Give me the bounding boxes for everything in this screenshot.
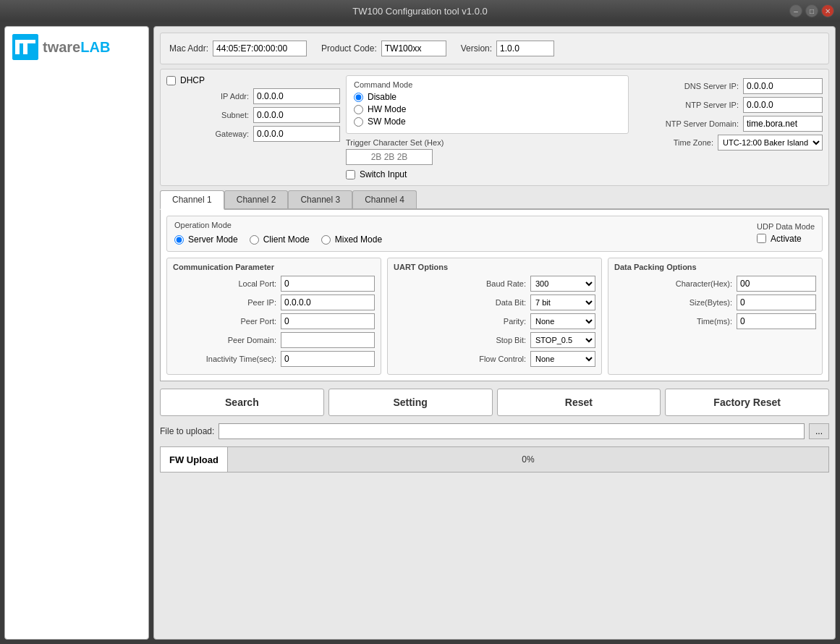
window-controls[interactable]: – □ ✕: [789, 4, 834, 17]
cmd-sw-radio[interactable]: [354, 117, 363, 127]
logo-icon: [12, 34, 38, 60]
udp-activate-label: Activate: [771, 234, 802, 244]
switch-input-label: Switch Input: [360, 169, 407, 179]
operation-mode-section: Operation Mode Server Mode Client Mode: [166, 216, 823, 252]
maximize-button[interactable]: □: [805, 4, 818, 17]
server-mode-radio[interactable]: [174, 235, 184, 245]
baud-rate-select[interactable]: 300 600 1200 2400 4800 9600 19200 38400 …: [530, 276, 595, 292]
fw-row: FW Upload 0%: [160, 446, 829, 473]
cmd-hw-radio[interactable]: [354, 105, 363, 114]
main-container: twareLAB Mac Addr: Product Code: Version…: [0, 22, 840, 644]
cmd-disable-radio[interactable]: [354, 93, 363, 102]
peer-ip-row: Peer IP:: [173, 295, 375, 310]
subnet-label: Subnet:: [221, 111, 249, 119]
product-code-row: Product Code:: [321, 41, 446, 56]
timezone-select[interactable]: UTC-12:00 Baker Island, Howla: [718, 135, 823, 151]
data-bit-row: Data Bit: 7 bit 8 bit: [394, 295, 595, 310]
subnet-input[interactable]: [253, 107, 340, 123]
reset-button[interactable]: Reset: [497, 389, 661, 416]
peer-port-input[interactable]: [281, 313, 375, 329]
cmd-sw-row: SW Mode: [354, 116, 621, 127]
data-packing-group: Data Packing Options Character(Hex): Siz…: [608, 258, 823, 375]
close-button[interactable]: ✕: [821, 4, 834, 17]
dhcp-row: DHCP: [166, 75, 340, 85]
inactivity-time-input[interactable]: [281, 351, 375, 367]
subnet-row: Subnet:: [166, 107, 340, 123]
mac-addr-input[interactable]: [213, 41, 307, 56]
flow-control-row: Flow Control: None RTS/CTS XON/XOFF: [394, 351, 595, 367]
char-hex-input[interactable]: [737, 276, 816, 292]
size-bytes-label: Size(Bytes):: [690, 298, 732, 307]
header-section: Mac Addr: Product Code: Version:: [160, 33, 829, 64]
gateway-row: Gateway:: [166, 126, 340, 142]
command-mode-box: Command Mode Disable HW Mode SW Mode: [346, 75, 629, 134]
content-panel: Mac Addr: Product Code: Version:: [153, 26, 836, 640]
search-button[interactable]: Search: [160, 389, 324, 416]
channel-content: Operation Mode Server Mode Client Mode: [160, 210, 829, 381]
factory-reset-button[interactable]: Factory Reset: [665, 389, 829, 416]
client-mode-label: Client Mode: [263, 234, 310, 245]
size-bytes-input[interactable]: [737, 295, 816, 310]
ntp-server-input[interactable]: [743, 97, 823, 113]
peer-ip-input[interactable]: [281, 295, 375, 310]
cmd-hw-label: HW Mode: [368, 104, 406, 114]
dhcp-checkbox[interactable]: [166, 76, 176, 85]
mac-addr-label: Mac Addr:: [169, 43, 208, 54]
tab-channel-2[interactable]: Channel 2: [224, 190, 289, 208]
trigger-input[interactable]: [346, 149, 433, 165]
setting-button[interactable]: Setting: [328, 389, 493, 416]
client-mode-radio[interactable]: [250, 235, 259, 245]
flow-control-select[interactable]: None RTS/CTS XON/XOFF: [530, 351, 595, 367]
title-bar: TW100 Configuration tool v1.0.0 – □ ✕: [0, 0, 840, 22]
upload-label: File to upload:: [160, 426, 214, 436]
gateway-input[interactable]: [253, 126, 340, 142]
tab-channel-4[interactable]: Channel 4: [352, 190, 417, 208]
version-input[interactable]: [496, 41, 554, 56]
fw-upload-button[interactable]: FW Upload: [160, 446, 228, 473]
peer-ip-label: Peer IP:: [247, 298, 276, 307]
tab-channel-1[interactable]: Channel 1: [160, 190, 224, 210]
config-section: DHCP IP Addr: Subnet: Gateway:: [160, 69, 829, 186]
timezone-row: Time Zone: UTC-12:00 Baker Island, Howla: [635, 135, 823, 151]
sidebar: twareLAB: [4, 26, 149, 640]
ip-addr-input[interactable]: [253, 88, 340, 104]
local-port-input[interactable]: [281, 276, 375, 292]
time-ms-input[interactable]: [737, 313, 816, 329]
tabs-row: Channel 1 Channel 2 Channel 3 Channel 4: [160, 190, 829, 210]
ip-addr-label: IP Addr:: [221, 92, 249, 101]
peer-domain-row: Peer Domain:: [173, 332, 375, 348]
stop-bit-label: Stop Bit:: [496, 336, 526, 344]
dns-server-input[interactable]: [743, 78, 823, 94]
command-mode-section: Command Mode Disable HW Mode SW Mode: [346, 75, 629, 179]
switch-input-checkbox[interactable]: [346, 170, 355, 179]
stop-bit-row: Stop Bit: STOP_0.5 STOP_1 STOP_1.5 STOP_…: [394, 332, 595, 348]
udp-activate-checkbox[interactable]: [757, 234, 766, 243]
data-packing-title: Data Packing Options: [614, 263, 816, 271]
minimize-button[interactable]: –: [789, 4, 802, 17]
app-title: TW100 Configuration tool v1.0.0: [352, 6, 487, 17]
upload-path-input[interactable]: [219, 423, 805, 439]
udp-activate-row: Activate: [757, 234, 815, 244]
browse-button[interactable]: ...: [809, 423, 829, 439]
time-ms-row: Time(ms):: [614, 313, 816, 329]
progress-bar: 0%: [228, 446, 829, 473]
version-label: Version:: [461, 43, 492, 54]
data-bit-select[interactable]: 7 bit 8 bit: [530, 295, 595, 310]
baud-rate-row: Baud Rate: 300 600 1200 2400 4800 9600 1…: [394, 276, 595, 292]
peer-domain-input[interactable]: [281, 332, 375, 348]
uart-param-group: UART Options Baud Rate: 300 600 1200 240…: [387, 258, 602, 375]
ntp-domain-input[interactable]: [743, 116, 823, 132]
udp-section: UDP Data Mode Activate: [757, 222, 815, 246]
mixed-mode-row: Mixed Mode: [321, 234, 382, 245]
tab-channel-3[interactable]: Channel 3: [288, 190, 352, 208]
parity-select[interactable]: None Even Odd: [530, 313, 595, 329]
cmd-sw-label: SW Mode: [368, 116, 406, 127]
mixed-mode-radio[interactable]: [321, 235, 331, 245]
mac-addr-row: Mac Addr:: [169, 41, 307, 56]
product-code-input[interactable]: [381, 41, 446, 56]
gateway-label: Gateway:: [216, 130, 249, 138]
cmd-disable-row: Disable: [354, 92, 621, 102]
svg-rect-3: [23, 40, 27, 54]
stop-bit-select[interactable]: STOP_0.5 STOP_1 STOP_1.5 STOP_2: [530, 332, 595, 348]
logo-text: twareLAB: [43, 39, 110, 56]
